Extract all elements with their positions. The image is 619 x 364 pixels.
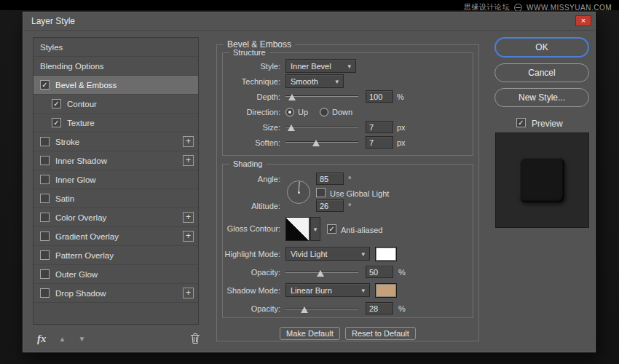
sidebar-item-color-overlay[interactable]: Color Overlay +: [33, 208, 198, 227]
add-effect-icon[interactable]: +: [183, 212, 194, 223]
sidebar-item-stroke[interactable]: Stroke +: [33, 132, 198, 151]
add-effect-icon[interactable]: +: [183, 155, 194, 166]
anti-aliased-checkbox[interactable]: [327, 224, 336, 234]
delete-effect-button[interactable]: [190, 333, 200, 344]
highlight-mode-label: Highlight Mode:: [223, 250, 280, 258]
highlight-mode-value: Vivid Light: [291, 250, 328, 258]
sidebar-item-drop-shadow[interactable]: Drop Shadow +: [33, 284, 198, 303]
sidebar-item-blending-options[interactable]: Blending Options: [33, 57, 198, 76]
sidebar-item-label: Stroke: [55, 138, 79, 146]
effect-checkbox[interactable]: [40, 175, 50, 184]
cancel-button[interactable]: Cancel: [494, 63, 589, 82]
slider-track: [285, 127, 358, 127]
size-input[interactable]: [366, 121, 393, 133]
effect-checkbox[interactable]: [40, 269, 50, 279]
add-effect-icon[interactable]: +: [183, 136, 194, 147]
effect-checkbox[interactable]: [40, 250, 50, 260]
desktop-background: 思缘设计论坛 WWW.MISSYUAN.COM Layer Style × St…: [0, 0, 619, 364]
slider-thumb[interactable]: [288, 94, 296, 100]
structure-legend: Structure: [229, 48, 269, 57]
new-style-button[interactable]: New Style...: [494, 88, 589, 107]
soften-input[interactable]: [366, 136, 393, 149]
depth-slider[interactable]: [285, 92, 358, 101]
reset-to-default-button[interactable]: Reset to Default: [345, 327, 416, 340]
sidebar-item-texture[interactable]: Texture: [33, 114, 198, 132]
effect-checkbox[interactable]: [40, 288, 50, 298]
effect-checkbox[interactable]: [40, 232, 50, 241]
style-select[interactable]: Inner Bevel ▾: [285, 59, 356, 73]
angle-dial[interactable]: [287, 181, 310, 204]
globe-icon: [514, 4, 522, 12]
shadow-opacity-input[interactable]: [366, 302, 393, 314]
sidebar-item-styles[interactable]: Styles: [33, 38, 198, 57]
shadow-color-swatch[interactable]: [375, 283, 397, 298]
move-effect-down-icon[interactable]: ▼: [78, 335, 85, 343]
shadow-opacity-slider[interactable]: [285, 304, 358, 314]
preview-checkbox[interactable]: [516, 118, 526, 127]
close-button[interactable]: ×: [575, 15, 591, 26]
effect-checkbox[interactable]: [40, 213, 50, 222]
sidebar-item-label: Bevel & Emboss: [55, 81, 117, 90]
angle-dial-center: [298, 191, 300, 194]
title-bar[interactable]: Layer Style: [23, 12, 595, 31]
slider-track: [285, 309, 358, 309]
sidebar-item-label: Pattern Overlay: [55, 251, 114, 260]
shadow-mode-select[interactable]: Linear Burn ▾: [285, 283, 370, 297]
highlight-opacity-input[interactable]: [366, 266, 393, 278]
highlight-opacity-slider[interactable]: [285, 268, 358, 277]
sidebar-item-contour[interactable]: Contour: [33, 95, 198, 114]
angle-input[interactable]: [316, 173, 344, 185]
ok-button[interactable]: OK: [494, 37, 589, 58]
technique-label: Technique:: [223, 77, 280, 86]
soften-slider[interactable]: [285, 138, 358, 147]
slider-thumb[interactable]: [301, 306, 308, 313]
slider-thumb[interactable]: [312, 140, 320, 146]
gloss-contour-thumbnail[interactable]: [285, 217, 310, 241]
soften-unit: px: [397, 138, 406, 147]
effect-checkbox[interactable]: [40, 137, 50, 146]
make-default-button[interactable]: Make Default: [280, 327, 340, 340]
altitude-label: Altitude:: [223, 202, 280, 210]
highlight-opacity-unit: %: [398, 268, 406, 277]
fx-menu-icon[interactable]: fx: [37, 333, 47, 345]
highlight-mode-select[interactable]: Vivid Light ▾: [285, 247, 370, 261]
effect-checkbox[interactable]: [52, 118, 61, 127]
depth-input[interactable]: [366, 90, 393, 103]
dialog-title: Layer Style: [31, 16, 75, 26]
effect-checkbox[interactable]: [52, 99, 61, 108]
sidebar-item-bevel-emboss[interactable]: Bevel & Emboss: [33, 76, 198, 95]
add-effect-icon[interactable]: +: [183, 288, 194, 298]
sidebar-item-pattern-overlay[interactable]: Pattern Overlay: [33, 246, 198, 265]
sidebar-item-satin[interactable]: Satin: [33, 189, 198, 208]
sidebar-item-gradient-overlay[interactable]: Gradient Overlay +: [33, 227, 198, 246]
gloss-contour-dropdown[interactable]: ▾: [310, 217, 320, 241]
highlight-color-swatch[interactable]: [375, 247, 397, 261]
slider-thumb[interactable]: [317, 270, 324, 277]
direction-up-label: Up: [298, 108, 308, 116]
sidebar-item-outer-glow[interactable]: Outer Glow: [33, 265, 198, 284]
chevron-down-icon: ▾: [314, 226, 318, 233]
sidebar-item-label: Inner Shadow: [55, 157, 107, 165]
sidebar-item-inner-shadow[interactable]: Inner Shadow +: [33, 151, 198, 170]
effect-checkbox[interactable]: [40, 156, 50, 165]
effect-checkbox[interactable]: [40, 194, 50, 203]
effect-checkbox[interactable]: [40, 80, 50, 90]
sidebar-item-inner-glow[interactable]: Inner Glow: [33, 170, 198, 189]
preview-beveled-square: [519, 157, 564, 202]
direction-radio-down[interactable]: [320, 108, 328, 116]
slider-thumb[interactable]: [288, 124, 295, 131]
technique-select[interactable]: Smooth ▾: [285, 74, 344, 88]
shadow-mode-value: Linear Burn: [291, 286, 332, 295]
sidebar-item-label: Satin: [55, 194, 74, 203]
style-select-value: Inner Bevel: [291, 62, 331, 71]
direction-radio-up[interactable]: [285, 108, 294, 116]
direction-label: Direction:: [223, 108, 280, 116]
sidebar-item-label: Color Overlay: [55, 213, 106, 222]
add-effect-icon[interactable]: +: [183, 231, 194, 242]
use-global-light-checkbox[interactable]: [316, 188, 326, 197]
sidebar-item-label: Drop Shadow: [55, 289, 106, 298]
move-effect-up-icon[interactable]: ▲: [59, 335, 66, 343]
altitude-input[interactable]: [316, 199, 344, 212]
size-unit: px: [397, 123, 406, 132]
size-slider[interactable]: [285, 122, 358, 132]
